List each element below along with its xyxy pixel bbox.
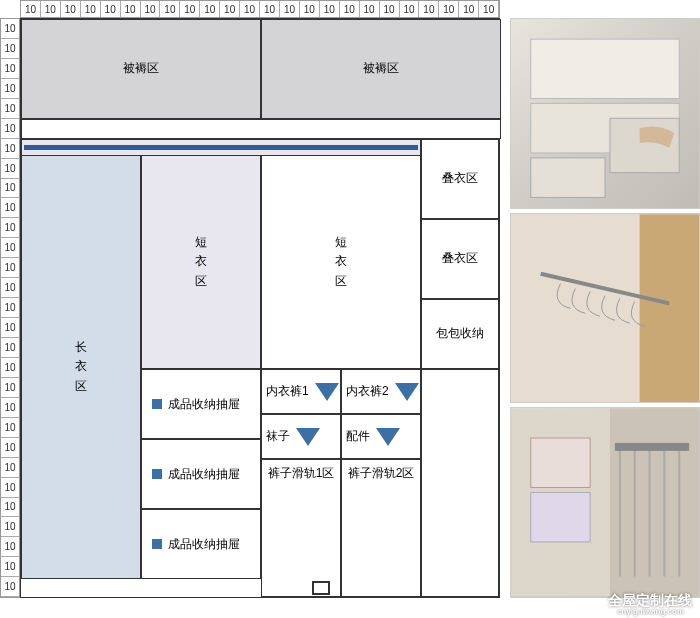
zone-underwear-2: 内衣裤2: [341, 369, 421, 414]
drawer-1: 成品收纳抽屉: [141, 369, 261, 439]
ruler-cell: 10: [439, 1, 459, 17]
ruler-cell: 10: [260, 1, 280, 17]
ruler-cell: 10: [1, 517, 19, 537]
spacer: [21, 119, 501, 139]
dropdown-icon: [376, 428, 400, 446]
ruler-cell: 10: [1, 438, 19, 458]
ruler-cell: 10: [1, 258, 19, 278]
ruler-cell: 10: [320, 1, 340, 17]
ruler-horizontal: 1010101010101010101010101010101010101010…: [20, 0, 500, 18]
drawer-handle-icon: [152, 399, 162, 409]
ruler-cell: 10: [1, 218, 19, 238]
ruler-cell: 10: [1, 19, 19, 39]
ruler-cell: 10: [1, 298, 19, 318]
ruler-cell: 10: [1, 99, 19, 119]
ruler-cell: 10: [1, 358, 19, 378]
ruler-cell: 10: [1, 59, 19, 79]
zone-pants-rail-1: 裤子滑轨1区: [261, 459, 341, 597]
ruler-cell: 10: [200, 1, 220, 17]
svg-rect-3: [531, 158, 605, 198]
ruler-cell: 10: [419, 1, 439, 17]
photo-hanger-rail: [510, 213, 700, 404]
ruler-cell: 10: [180, 1, 200, 17]
ruler-cell: 10: [141, 1, 161, 17]
zone-short-clothes-2: 短 衣 区: [261, 155, 421, 369]
ruler-cell: 10: [1, 458, 19, 478]
ruler-cell: 10: [1, 198, 19, 218]
svg-rect-16: [615, 443, 689, 451]
ruler-cell: 10: [400, 1, 420, 17]
ruler-cell: 10: [1, 278, 19, 298]
ruler-cell: 10: [459, 1, 479, 17]
ruler-cell: 10: [1, 478, 19, 498]
zone-pants-rail-2: 裤子滑轨2区: [341, 459, 421, 597]
ruler-cell: 10: [1, 238, 19, 258]
ruler-cell: 10: [81, 1, 101, 17]
watermark: 全屋定制在线 cnyiguiwang.com: [586, 592, 692, 610]
ruler-vertical: 1010101010101010101010101010101010101010…: [0, 18, 20, 598]
ruler-cell: 10: [1, 79, 19, 99]
photo-column: [510, 18, 700, 598]
ruler-cell: 10: [1, 39, 19, 59]
zone-underwear-1: 内衣裤1: [261, 369, 341, 414]
zone-short-clothes-1: 短 衣 区: [141, 155, 261, 369]
ruler-cell: 10: [1, 179, 19, 199]
ruler-cell: 10: [1, 378, 19, 398]
hanging-rail-icon: [24, 145, 418, 150]
zone-fold-2: 叠衣区: [421, 219, 499, 299]
zone-long-clothes: 长 衣 区: [21, 155, 141, 579]
zone-empty-right: [421, 369, 499, 597]
rail-strip: [21, 139, 421, 155]
center-handle-icon: [312, 581, 330, 595]
zone-quilt-left: 被褥区: [21, 19, 261, 119]
drawer-handle-icon: [152, 539, 162, 549]
svg-rect-10: [531, 493, 590, 542]
ruler-cell: 10: [160, 1, 180, 17]
photo-storage-boxes: [510, 18, 700, 209]
drawer-handle-icon: [152, 469, 162, 479]
dropdown-icon: [315, 383, 339, 401]
dropdown-icon: [395, 383, 419, 401]
ruler-cell: 10: [479, 1, 499, 17]
zone-quilt-right: 被褥区: [261, 19, 501, 119]
wardrobe-plan: 被褥区 被褥区 长 衣 区 短 衣 区 短 衣 区 叠衣区 叠衣区 包包收纳 成…: [20, 18, 500, 598]
dropdown-icon: [296, 428, 320, 446]
ruler-cell: 10: [61, 1, 81, 17]
ruler-cell: 10: [1, 537, 19, 557]
photo-pants-hanger: [510, 407, 700, 598]
ruler-cell: 10: [1, 338, 19, 358]
svg-rect-5: [640, 214, 699, 402]
ruler-cell: 10: [21, 1, 41, 17]
zone-bags: 包包收纳: [421, 299, 499, 369]
ruler-cell: 10: [1, 498, 19, 518]
ruler-cell: 10: [340, 1, 360, 17]
drawer-3: 成品收纳抽屉: [141, 509, 261, 579]
svg-rect-9: [531, 438, 590, 487]
ruler-cell: 10: [1, 577, 19, 597]
ruler-cell: 10: [280, 1, 300, 17]
ruler-cell: 10: [380, 1, 400, 17]
ruler-cell: 10: [300, 1, 320, 17]
zone-fold-1: 叠衣区: [421, 139, 499, 219]
watermark-logo-icon: [586, 592, 604, 610]
zone-accessories: 配件: [341, 414, 421, 459]
ruler-cell: 10: [1, 318, 19, 338]
ruler-cell: 10: [1, 557, 19, 577]
ruler-cell: 10: [1, 139, 19, 159]
drawer-2: 成品收纳抽屉: [141, 439, 261, 509]
ruler-cell: 10: [220, 1, 240, 17]
svg-rect-0: [531, 39, 679, 98]
ruler-cell: 10: [1, 119, 19, 139]
ruler-cell: 10: [1, 159, 19, 179]
ruler-cell: 10: [360, 1, 380, 17]
ruler-cell: 10: [101, 1, 121, 17]
svg-rect-8: [610, 409, 699, 597]
ruler-cell: 10: [240, 1, 260, 17]
zone-socks: 袜子: [261, 414, 341, 459]
ruler-cell: 10: [41, 1, 61, 17]
ruler-cell: 10: [1, 398, 19, 418]
ruler-cell: 10: [121, 1, 141, 17]
ruler-cell: 10: [1, 418, 19, 438]
